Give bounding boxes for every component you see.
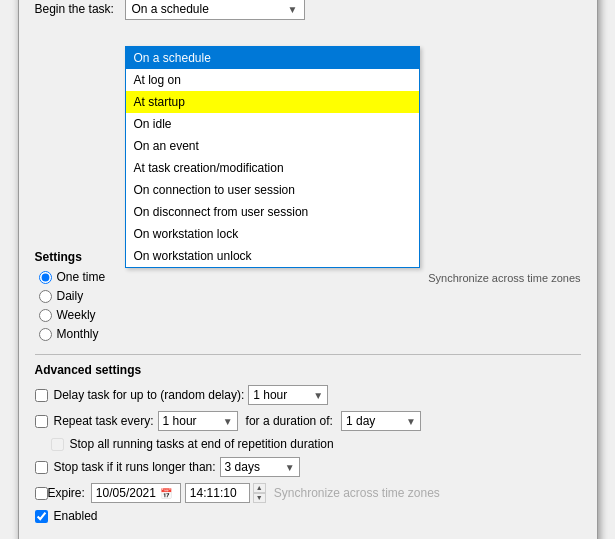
duration-value: 1 day [346, 414, 375, 428]
advanced-settings-section: Advanced settings Delay task for up to (… [35, 363, 581, 523]
weekly-row: Weekly [39, 308, 106, 322]
daily-label: Daily [57, 289, 84, 303]
enabled-row: Enabled [35, 509, 581, 523]
monthly-row: Monthly [39, 327, 106, 341]
sync-time-zones-label: Synchronize across time zones [428, 272, 580, 284]
dropdown-option-disconnect[interactable]: On disconnect from user session [126, 201, 419, 223]
begin-task-value: On a schedule [132, 2, 209, 16]
stop-longer-checkbox[interactable] [35, 461, 48, 474]
new-trigger-dialog: New Trigger ✕ Begin the task: On a sched… [18, 0, 598, 539]
stop-running-row: Stop all running tasks at end of repetit… [51, 437, 581, 451]
delay-task-select[interactable]: 1 hour ▼ [248, 385, 328, 405]
dropdown-option-lock[interactable]: On workstation lock [126, 223, 419, 245]
expire-row: Expire: 10/05/2021 📅 14:11:10 ▲ ▼ Synchr… [35, 483, 581, 503]
repeat-task-arrow-icon: ▼ [223, 416, 233, 427]
expire-checkbox[interactable] [35, 487, 48, 500]
expire-label: Expire: [48, 486, 85, 500]
begin-task-select[interactable]: On a schedule ▼ [125, 0, 305, 20]
begin-task-label: Begin the task: [35, 2, 125, 16]
delay-task-row: Delay task for up to (random delay): 1 h… [35, 385, 581, 405]
delay-task-label: Delay task for up to (random delay): [54, 388, 245, 402]
weekly-radio[interactable] [39, 309, 52, 322]
stop-longer-value: 3 days [225, 460, 260, 474]
one-time-radio[interactable] [39, 271, 52, 284]
dropdown-option-schedule[interactable]: On a schedule [126, 47, 419, 69]
stop-running-checkbox[interactable] [51, 438, 64, 451]
repeat-task-label: Repeat task every: [54, 414, 154, 428]
begin-task-dropdown: On a schedule At log on At startup On id… [125, 46, 420, 268]
dropdown-option-event[interactable]: On an event [126, 135, 419, 157]
one-time-label: One time [57, 270, 106, 284]
duration-select[interactable]: 1 day ▼ [341, 411, 421, 431]
advanced-label: Advanced settings [35, 363, 581, 377]
repeat-task-row: Repeat task every: 1 hour ▼ for a durati… [35, 411, 581, 431]
stop-longer-select[interactable]: 3 days ▼ [220, 457, 300, 477]
duration-arrow-icon: ▼ [406, 416, 416, 427]
begin-task-row: Begin the task: On a schedule ▼ [35, 0, 581, 20]
delay-task-checkbox[interactable] [35, 389, 48, 402]
spinner-down-icon[interactable]: ▼ [253, 493, 266, 503]
calendar-icon[interactable]: 📅 [160, 488, 172, 499]
enabled-checkbox[interactable] [35, 510, 48, 523]
schedule-type-group: One time Daily Weekly Monthly [39, 270, 106, 346]
daily-radio[interactable] [39, 290, 52, 303]
stop-longer-row: Stop task if it runs longer than: 3 days… [35, 457, 581, 477]
expire-date-input[interactable]: 10/05/2021 📅 [91, 483, 181, 503]
monthly-radio[interactable] [39, 328, 52, 341]
dropdown-option-idle[interactable]: On idle [126, 113, 419, 135]
repeat-task-select[interactable]: 1 hour ▼ [158, 411, 238, 431]
stop-running-label: Stop all running tasks at end of repetit… [70, 437, 334, 451]
delay-task-value: 1 hour [253, 388, 287, 402]
dialog-content: Begin the task: On a schedule ▼ On a sch… [19, 0, 597, 539]
expire-time-value: 14:11:10 [190, 486, 237, 500]
separator-1 [35, 354, 581, 355]
spinner-up-icon[interactable]: ▲ [253, 483, 266, 493]
repeat-task-checkbox[interactable] [35, 415, 48, 428]
dropdown-option-creation[interactable]: At task creation/modification [126, 157, 419, 179]
weekly-label: Weekly [57, 308, 96, 322]
expire-time-input[interactable]: 14:11:10 [185, 483, 250, 503]
dropdown-option-startup[interactable]: At startup [126, 91, 419, 113]
dropdown-option-logon[interactable]: At log on [126, 69, 419, 91]
time-spinner[interactable]: ▲ ▼ [253, 483, 266, 502]
stop-longer-arrow-icon: ▼ [285, 462, 295, 473]
dropdown-option-unlock[interactable]: On workstation unlock [126, 245, 419, 267]
monthly-label: Monthly [57, 327, 99, 341]
dropdown-arrow-icon: ▼ [288, 4, 298, 15]
enabled-label: Enabled [54, 509, 98, 523]
expire-date-value: 10/05/2021 [96, 486, 156, 500]
repeat-task-value: 1 hour [163, 414, 197, 428]
one-time-row: One time [39, 270, 106, 284]
stop-longer-label: Stop task if it runs longer than: [54, 460, 216, 474]
delay-task-arrow-icon: ▼ [313, 390, 323, 401]
daily-row: Daily [39, 289, 106, 303]
expire-sync-label: Synchronize across time zones [274, 486, 440, 500]
duration-label: for a duration of: [246, 414, 333, 428]
dropdown-option-connect[interactable]: On connection to user session [126, 179, 419, 201]
